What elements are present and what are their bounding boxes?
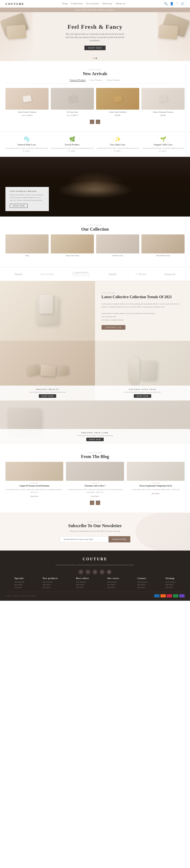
social-twitter-icon[interactable]: t bbox=[86, 569, 90, 575]
showcase-desc-natural-face: Lorem ipsum dolor sit amet, consectetur … bbox=[99, 391, 186, 393]
blog-nav: ‹ › bbox=[5, 501, 185, 505]
blog-date-1: 6 April 2022 bbox=[5, 482, 63, 484]
social-linkedin-icon[interactable]: in bbox=[107, 569, 112, 575]
blog-read-more-2[interactable]: Read More bbox=[91, 495, 99, 497]
footer-col-title-contact: Contact bbox=[137, 577, 147, 580]
cart-icon[interactable]: 🛒 bbox=[181, 2, 185, 5]
footer-link-9[interactable]: Our stores bbox=[76, 586, 89, 588]
blog-next-button[interactable]: › bbox=[96, 501, 100, 505]
brand-logo-butterfly: butterfly bbox=[41, 273, 55, 275]
footer-link-13[interactable]: New products bbox=[137, 581, 147, 583]
footer-link-15[interactable]: Our stores bbox=[137, 586, 147, 588]
collection-img-soap bbox=[5, 235, 49, 253]
hero-dot-2[interactable] bbox=[96, 58, 97, 59]
newsletter-section: COUTURE Subscribe To Our Newsletter Drop… bbox=[0, 513, 190, 551]
product-card-1: Simul Eolannt Voluptem $26.00$23.91 bbox=[5, 88, 49, 116]
feature-title-1: Natural Skin Care bbox=[5, 144, 48, 146]
collection-img-skin-whiten bbox=[141, 235, 185, 253]
hero-shop-button[interactable]: SHOP NOW bbox=[85, 45, 106, 50]
blog-post-2: 6 April 2022 Christmas Sale is Here ? Lo… bbox=[66, 462, 124, 497]
brand-banner-overlay: TOP FASHION BRAND Helend short dummy it … bbox=[5, 187, 49, 211]
footer-link-4[interactable]: New products bbox=[42, 581, 58, 583]
tab-featured[interactable]: Featured Product bbox=[70, 79, 86, 82]
trends-contact-button[interactable]: CONTACT US bbox=[101, 325, 125, 330]
nav-link-collection[interactable]: Collection bbox=[71, 2, 83, 5]
footer-link-6[interactable]: Our stores bbox=[42, 586, 58, 588]
product-prev-button[interactable]: ‹ bbox=[90, 120, 94, 124]
blog-title-1: Liqum Of Seasons Earth Donelam bbox=[5, 485, 63, 488]
footer-col-our-stores: Our stores New products Best sellers Our… bbox=[107, 577, 120, 589]
collection-item-fairness[interactable]: Fairness Soap bbox=[96, 235, 139, 257]
feature-organic: 🌱 Organic Skin Care Lorem ipsum dolor si… bbox=[142, 136, 185, 152]
payment-icon-2 bbox=[160, 594, 166, 597]
showcase-btn-natural-face[interactable]: SHOP NOW bbox=[134, 394, 151, 398]
hero-dot-1[interactable] bbox=[93, 58, 94, 59]
footer-link-11[interactable]: Best sellers bbox=[107, 584, 120, 586]
new-arrivals-label: COUTURE bbox=[5, 69, 185, 71]
newsletter-submit-button[interactable]: SUBSCRIBE bbox=[108, 536, 130, 542]
search-icon[interactable]: 🔍 bbox=[164, 2, 168, 5]
nav-link-accessories[interactable]: Accessories bbox=[86, 2, 99, 5]
hero-title: Feel Fresh & Fancy bbox=[65, 23, 125, 30]
collection-label: COUTURE bbox=[5, 224, 185, 226]
product-name-2: Vel Fugit Sonet bbox=[51, 111, 94, 114]
footer-socials: f t p y in bbox=[5, 569, 185, 575]
tab-new[interactable]: New Product bbox=[90, 79, 102, 82]
footer-link-14[interactable]: Best sellers bbox=[137, 584, 147, 586]
footer-link-16[interactable]: New products bbox=[165, 581, 175, 583]
brand-banner-button[interactable]: SHOP NOW bbox=[10, 204, 28, 208]
social-facebook-icon[interactable]: f bbox=[78, 569, 83, 575]
footer-link-12[interactable]: Our stores bbox=[107, 586, 120, 588]
tab-latest[interactable]: Latest Product bbox=[107, 79, 121, 82]
blog-read-more-1[interactable]: Read More bbox=[30, 495, 38, 497]
footer-link-3[interactable]: Our stores bbox=[15, 586, 25, 588]
footer-link-7[interactable]: New products bbox=[76, 581, 89, 583]
payment-icon-4 bbox=[173, 594, 178, 597]
footer-bottom: © 2019 - E-commerce software by Prestash… bbox=[5, 592, 185, 597]
trends-section: COUTURE Latest Collective Collection Tre… bbox=[0, 281, 190, 341]
footer-link-18[interactable]: Our stores bbox=[165, 586, 175, 588]
payment-icons bbox=[154, 594, 185, 597]
facial-icon: 🌿 bbox=[51, 136, 94, 142]
collection-item-soap[interactable]: Soap bbox=[5, 235, 49, 257]
social-youtube-icon[interactable]: y bbox=[100, 569, 104, 575]
footer-link-5[interactable]: Best sellers bbox=[42, 584, 58, 586]
newsletter-input[interactable] bbox=[60, 536, 108, 542]
user-icon[interactable]: 👤 bbox=[170, 2, 174, 5]
product-next-button[interactable]: › bbox=[96, 120, 100, 124]
nav-link-soap[interactable]: Soap bbox=[62, 2, 68, 5]
collection-name-skin-whiten: Skin Whiten Soap bbox=[141, 254, 185, 257]
nav-link-about[interactable]: About us bbox=[116, 2, 126, 5]
footer-link-17[interactable]: Best sellers bbox=[165, 584, 175, 586]
showcase-btn-organic-beauty[interactable]: SHOP NOW bbox=[39, 394, 56, 398]
product-image-4 bbox=[141, 88, 185, 110]
social-pinterest-icon[interactable]: p bbox=[93, 569, 97, 575]
footer-copyright: © 2019 - E-commerce software by Prestash… bbox=[5, 595, 36, 597]
showcase-section: ORGANIC BEAUTY Lorem ipsum dolor sit ame… bbox=[0, 341, 190, 444]
product-grid: Simul Eolannt Voluptem $26.00$23.91 Vel … bbox=[5, 88, 185, 116]
showcase-btn-organic-skin[interactable]: SHOP NOW bbox=[86, 438, 104, 441]
collection-item-deep-clean[interactable]: Deep Clean Soap bbox=[51, 235, 94, 257]
nav-link-delivery[interactable]: Delivery bbox=[103, 2, 113, 5]
collection-item-skin-whiten[interactable]: Skin Whiten Soap bbox=[141, 235, 185, 257]
footer-link-2[interactable]: Best sellers bbox=[15, 584, 25, 586]
footer-col-title-specials: Specials bbox=[15, 577, 25, 580]
blog-read-more-3[interactable]: Read More bbox=[152, 493, 160, 494]
footer-col-title-stores: Our stores bbox=[107, 577, 120, 580]
footer-link-10[interactable]: New products bbox=[107, 581, 120, 583]
brand-banner-section: TOP FASHION BRAND Helend short dummy it … bbox=[0, 157, 190, 217]
payment-icon-5 bbox=[179, 594, 185, 597]
footer-col-contact: Contact New products Best sellers Our st… bbox=[137, 577, 147, 589]
footer-link-8[interactable]: Best sellers bbox=[76, 584, 89, 586]
collection-name-fairness: Fairness Soap bbox=[96, 254, 139, 257]
nav-logo[interactable]: COUTURE bbox=[5, 2, 24, 5]
footer-col-specials: Specials New products Best sellers Our s… bbox=[15, 577, 25, 589]
blog-grid: 6 April 2022 Liqum Of Seasons Earth Done… bbox=[5, 462, 185, 497]
heart-icon[interactable]: ♡ bbox=[176, 2, 179, 5]
blog-prev-button[interactable]: ‹ bbox=[90, 501, 94, 505]
footer-link-1[interactable]: New products bbox=[15, 581, 25, 583]
hero-subtitle: Buy your skincare from us, we provide yo… bbox=[65, 33, 125, 42]
brand-logo-smile-1: Smile bbox=[14, 272, 23, 276]
hero-dots bbox=[93, 58, 97, 59]
blog-excerpt-1: Lorem ipsum dolor sit amet, consectetur … bbox=[5, 488, 63, 494]
